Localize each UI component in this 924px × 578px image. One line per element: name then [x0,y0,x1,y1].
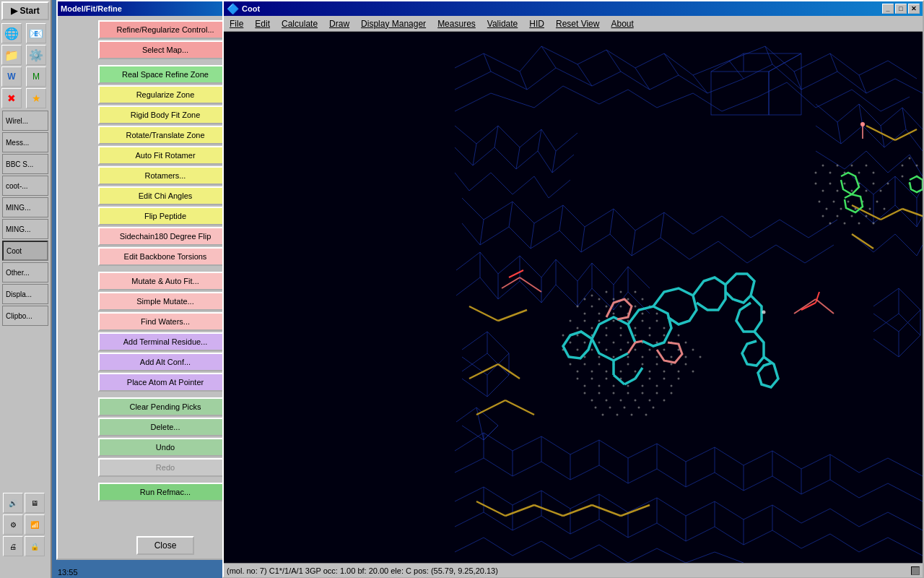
svg-point-253 [837,190,839,192]
svg-point-219 [584,392,586,394]
undo-button[interactable]: Undo [98,438,232,457]
svg-point-216 [663,378,666,380]
coot-window: 🔷 Coot _ □ ✕ File Edit Calculate Draw Di… [222,0,924,578]
word-icon[interactable]: W [1,66,22,87]
svg-point-269 [876,201,879,203]
coot-maximize-button[interactable]: □ [895,4,907,14]
taskbar-item-ming2[interactable]: MING... [2,219,48,239]
settings-icon[interactable]: ⚙️ [26,45,46,65]
browser-icon[interactable]: 🌐 [1,23,22,43]
run-refmac-button[interactable]: Run Refmac... [98,483,232,501]
menu-calculate[interactable]: Calculate [279,17,321,30]
auto-fit-rotamer-button[interactable]: Auto Fit Rotamer [98,146,232,165]
svg-point-252 [829,183,832,185]
svg-point-116 [613,298,615,301]
svg-point-198 [656,363,658,366]
taskbar-item-clipbo[interactable]: Clipbo... [2,306,48,326]
menu-validate[interactable]: Validate [484,17,520,30]
svg-point-194 [627,363,629,366]
app-icon[interactable]: M [26,66,46,87]
select-map-button[interactable]: Select Map... [98,40,232,59]
menu-edit[interactable]: Edit [252,17,273,30]
svg-point-122 [584,313,586,315]
edit-chi-angles-button[interactable]: Edit Chi Angles [98,186,232,205]
scroll-indicator[interactable] [911,566,920,575]
menu-draw[interactable]: Draw [326,17,352,30]
svg-point-262 [826,208,828,210]
mail-icon[interactable]: 📧 [26,23,46,43]
svg-point-173 [613,356,615,358]
coot-3d-viewport[interactable] [224,32,923,563]
menu-display-manager[interactable]: Display Manager [358,17,429,30]
svg-point-117 [620,291,622,293]
add-terminal-residue-button[interactable]: Add Terminal Residue... [98,332,232,351]
svg-point-157 [627,342,629,344]
bottom-icon-6[interactable]: 🔒 [25,536,45,556]
rotamers-button[interactable]: Rotamers... [98,166,232,185]
rotate-translate-zone-button[interactable]: Rotate/Translate Zone [98,126,232,144]
start-icon: ▶ [11,6,17,16]
delete-button[interactable]: Delete... [98,418,232,436]
taskbar-item-coot[interactable]: Coot [2,241,48,261]
find-waters-button[interactable]: Find Waters... [98,312,232,331]
svg-point-229 [656,392,658,394]
menu-file[interactable]: File [227,17,246,30]
flip-peptide-button[interactable]: Flip Peptide [98,207,232,225]
svg-point-208 [606,378,608,380]
redo-button[interactable]: Redo [98,458,232,477]
taskbar-item-coot-dash[interactable]: coot-... [2,176,48,196]
svg-point-126 [613,313,615,315]
place-atom-at-pointer-button[interactable]: Place Atom At Pointer [98,373,232,392]
menu-about[interactable]: About [608,17,636,30]
taskbar-item-bbc[interactable]: BBC S... [2,154,48,174]
coot-close-button[interactable]: ✕ [908,4,920,14]
menu-reset-view[interactable]: Reset View [553,17,602,30]
start-button[interactable]: ▶ Start [1,1,49,20]
molecular-canvas[interactable] [224,32,923,563]
svg-point-183 [685,356,687,358]
svg-point-226 [635,400,637,402]
svg-point-189 [591,371,593,373]
svg-point-203 [692,371,694,373]
bottom-icon-1[interactable]: 🔊 [3,493,23,513]
svg-point-259 [880,190,882,192]
menu-measures[interactable]: Measures [435,17,479,30]
svg-point-184 [692,349,694,351]
bottom-icon-4[interactable]: 📶 [25,514,45,535]
clear-pending-picks-button[interactable]: Clear Pending Picks [98,397,232,416]
edit-backbone-torsions-button[interactable]: Edit Backbone Torsions [98,247,232,266]
svg-point-187 [577,371,579,373]
add-alt-conf-button[interactable]: Add Alt Conf... [98,353,232,371]
bottom-icon-5[interactable]: 🖨 [3,536,23,556]
taskbar-item-displa[interactable]: Displa... [2,284,48,304]
svg-point-136 [591,327,593,329]
folder-icon[interactable]: 📁 [1,45,22,65]
svg-point-158 [635,335,637,337]
bottom-icon-3[interactable]: ⚙ [3,514,23,535]
real-space-refine-zone-button[interactable]: Real Space Refine Zone [98,65,232,84]
close-button[interactable]: Close [136,536,194,555]
svg-point-178 [649,349,651,351]
regularize-zone-button[interactable]: Regularize Zone [98,85,232,104]
simple-mutate-button[interactable]: Simple Mutate... [98,292,232,311]
taskbar-item-wirel[interactable]: Wirel... [2,111,48,131]
svg-point-241 [815,172,817,174]
svg-point-121 [577,306,579,308]
svg-point-172 [606,349,608,351]
menu-hid[interactable]: HID [526,17,547,30]
svg-point-294 [762,311,766,314]
rigid-body-fit-zone-button[interactable]: Rigid Body Fit Zone [98,105,232,124]
svg-point-180 [663,349,666,351]
coot-minimize-button[interactable]: _ [882,4,894,14]
app3-icon[interactable]: ★ [26,88,46,108]
taskbar-item-ming1[interactable]: MING... [2,197,48,217]
refine-regularize-control-button[interactable]: Refine/Regularize Control... [98,20,232,39]
svg-point-161 [656,342,658,344]
mutate-auto-fit-button[interactable]: Mutate & Auto Fit... [98,272,232,290]
sidechain180-button[interactable]: Sidechain180 Degree Flip [98,227,232,246]
taskbar-item-other[interactable]: Other... [2,262,48,282]
app2-icon[interactable]: ✖ [1,88,22,108]
svg-point-261 [819,201,821,203]
bottom-icon-2[interactable]: 🖥 [25,493,45,513]
taskbar-item-mess[interactable]: Mess... [2,132,48,152]
